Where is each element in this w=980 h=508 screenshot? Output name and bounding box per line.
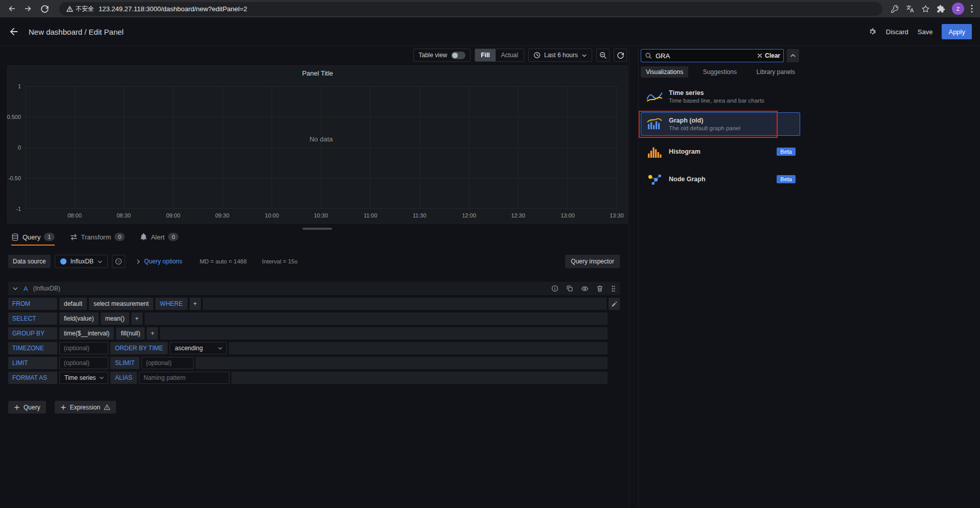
security-chip[interactable]: 不安全 xyxy=(66,5,94,13)
node-graph-icon xyxy=(645,173,664,185)
refresh-button[interactable] xyxy=(614,49,627,62)
groupby-time-segment[interactable]: time($__interval) xyxy=(59,327,114,340)
bookmark-star-icon[interactable] xyxy=(921,5,930,13)
timezone-input[interactable] xyxy=(59,342,108,354)
limit-input[interactable] xyxy=(59,357,108,369)
y-tick: -0.50 xyxy=(8,175,21,181)
viz-item-histogram[interactable]: Histogram Beta xyxy=(641,140,800,163)
x-tick: 08:30 xyxy=(116,212,131,219)
from-measurement-segment[interactable]: select measurement xyxy=(89,298,153,310)
clear-search-button[interactable]: Clear xyxy=(757,49,780,62)
orderby-value: ascending xyxy=(175,345,203,352)
row-filler xyxy=(231,372,608,384)
viz-item-graph-old[interactable]: Graph (old) The old default graph panel xyxy=(641,112,800,136)
viz-item-name: Node Graph xyxy=(669,176,706,183)
browser-toolbar: 不安全 123.249.27.118:3000/dashboard/new?ed… xyxy=(0,0,980,17)
y-tick: 0.500 xyxy=(7,114,21,120)
groupby-fill-segment[interactable]: fill(null) xyxy=(116,327,145,340)
browser-reload-icon[interactable] xyxy=(38,2,51,15)
datasource-picker[interactable]: InfluxDB xyxy=(55,255,108,268)
browser-menu-icon[interactable] xyxy=(971,5,973,13)
collapse-chevron-icon[interactable] xyxy=(12,285,18,292)
url-text: 123.249.27.118:3000/dashboard/new?editPa… xyxy=(99,5,247,13)
add-query-button[interactable]: Query xyxy=(8,401,46,414)
groupby-add-button[interactable]: + xyxy=(147,327,158,340)
viz-item-node-graph[interactable]: Node Graph Beta xyxy=(641,167,800,191)
datasource-value: InfluxDB xyxy=(71,258,94,265)
duplicate-copy-icon[interactable] xyxy=(566,285,573,292)
browser-back-icon[interactable] xyxy=(5,2,18,15)
tab-alert-label: Alert xyxy=(151,233,165,241)
apply-button[interactable]: Apply xyxy=(942,24,972,39)
format-select[interactable]: Time series xyxy=(59,372,108,384)
actual-option[interactable]: Actual xyxy=(496,49,524,61)
viz-list: Time series Time based line, area and ba… xyxy=(641,85,800,195)
tab-suggestions[interactable]: Suggestions xyxy=(698,66,742,78)
tab-library-panels[interactable]: Library panels xyxy=(752,66,800,78)
select-add-button[interactable]: + xyxy=(131,312,143,325)
clear-label: Clear xyxy=(765,52,780,59)
select-label: SELECT xyxy=(8,312,57,325)
discard-button[interactable]: Discard xyxy=(886,28,908,36)
save-button[interactable]: Save xyxy=(918,28,933,36)
viz-item-time-series[interactable]: Time series Time based line, area and ba… xyxy=(641,85,800,108)
browser-forward-icon[interactable] xyxy=(21,2,35,15)
orderby-select[interactable]: ascending xyxy=(170,342,227,354)
gear-icon[interactable] xyxy=(868,28,877,36)
x-tick: 12:00 xyxy=(462,212,476,219)
query-footer: Query Expression xyxy=(8,401,116,414)
query-card-header: A (InfluxDB) xyxy=(8,282,620,295)
back-arrow-icon[interactable] xyxy=(8,26,19,37)
format-value: Time series xyxy=(64,374,96,381)
time-series-icon xyxy=(645,90,664,103)
y-tick: 0 xyxy=(18,144,21,151)
influxdb-logo-icon xyxy=(60,258,67,265)
query-inspector-button[interactable]: Query inspector xyxy=(565,255,620,268)
where-add-button[interactable]: + xyxy=(190,298,201,310)
drag-grip-icon[interactable] xyxy=(611,285,616,293)
add-expression-button[interactable]: Expression xyxy=(55,401,116,414)
fill-option[interactable]: Fill xyxy=(475,49,495,61)
x-tick: 11:30 xyxy=(413,212,427,219)
histogram-icon xyxy=(645,146,664,158)
tab-query[interactable]: Query 1 xyxy=(11,233,55,246)
address-bar[interactable]: 不安全 123.249.27.118:3000/dashboard/new?ed… xyxy=(59,2,882,16)
viz-item-desc: Time based line, area and bar charts xyxy=(669,98,764,104)
chevron-right-icon xyxy=(135,259,141,264)
zoom-out-button[interactable] xyxy=(596,49,610,62)
datasource-help-button[interactable]: ? xyxy=(112,255,125,268)
extensions-puzzle-icon[interactable] xyxy=(937,5,945,13)
bell-icon xyxy=(140,233,147,240)
info-icon[interactable] xyxy=(551,285,558,292)
page-title: New dashboard / Edit Panel xyxy=(29,28,124,36)
alias-input[interactable] xyxy=(139,372,229,384)
password-key-icon[interactable] xyxy=(891,5,899,13)
trash-icon[interactable] xyxy=(596,285,603,292)
tab-visualizations[interactable]: Visualizations xyxy=(641,66,688,78)
query-options-label: Query options xyxy=(144,258,182,265)
format-label: FORMAT AS xyxy=(8,372,57,384)
editor-tabs: Query 1 Transform 0 Alert 0 xyxy=(11,233,178,246)
profile-avatar[interactable]: z xyxy=(952,3,964,15)
select-row: SELECT field(value) mean() + xyxy=(8,312,608,325)
edit-pencil-button[interactable] xyxy=(609,298,620,310)
select-func-segment[interactable]: mean() xyxy=(101,312,129,325)
select-field-segment[interactable]: field(value) xyxy=(59,312,99,325)
warning-icon xyxy=(66,6,73,12)
time-range-picker[interactable]: Last 6 hours xyxy=(528,49,592,62)
slimit-input[interactable] xyxy=(142,357,194,369)
tab-transform[interactable]: Transform 0 xyxy=(70,233,125,246)
panel-resize-handle[interactable] xyxy=(302,228,332,230)
clock-icon xyxy=(533,52,541,59)
table-view-switch[interactable] xyxy=(451,52,465,59)
table-view-toggle[interactable]: Table view xyxy=(413,49,471,62)
edit-panel-main: Table view Fill Actual Last 6 hours Pane… xyxy=(0,46,629,508)
from-policy-segment[interactable]: default xyxy=(59,298,87,310)
eye-icon[interactable] xyxy=(581,285,589,293)
query-options-expander[interactable]: Query options xyxy=(135,258,182,265)
tab-alert[interactable]: Alert 0 xyxy=(140,233,178,246)
timezone-label: TIMEZONE xyxy=(8,342,57,354)
format-row: FORMAT AS Time series ALIAS xyxy=(8,372,608,384)
collapse-options-button[interactable] xyxy=(787,49,799,62)
translate-icon[interactable] xyxy=(906,5,915,13)
